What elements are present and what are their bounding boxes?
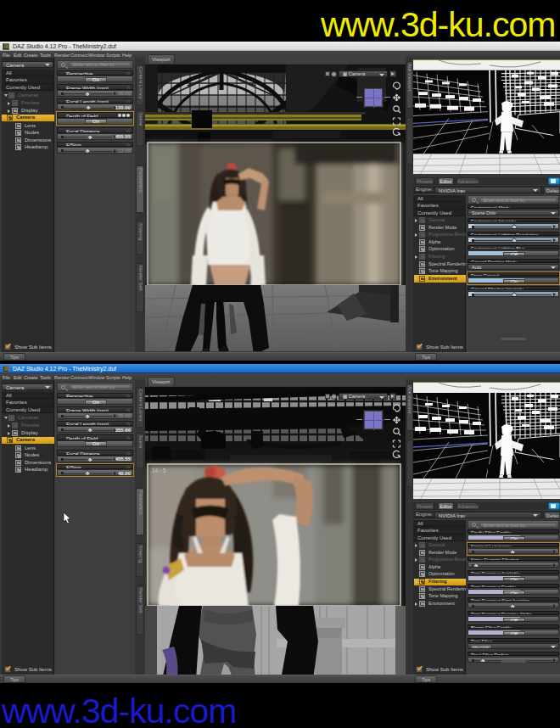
svg-text:14 : 5: 14 : 5 (152, 468, 166, 473)
